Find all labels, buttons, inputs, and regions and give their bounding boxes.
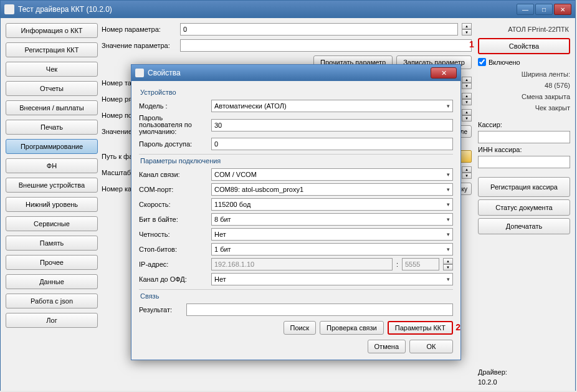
sidebar-item-memory[interactable]: Память (6, 236, 98, 251)
bits-label: Бит в байте: (139, 216, 207, 223)
annotation-2: 2 (455, 322, 460, 332)
check-closed-label: Чек закрыт (478, 103, 570, 112)
sidebar-item-other[interactable]: Прочее (6, 255, 98, 270)
param-number-spinner[interactable]: ▲▼ (462, 23, 472, 36)
port-separator: : (396, 261, 398, 268)
dialog-title: Свойства (148, 69, 431, 77)
window-title: Тест драйвера ККТ (10.2.0) (18, 5, 517, 14)
user-pwd-input[interactable]: 30 (211, 119, 453, 131)
sidebar-item-lowlevel[interactable]: Нижний уровень (6, 197, 98, 212)
model-label: Модель : (139, 102, 207, 110)
enabled-checkbox[interactable] (478, 58, 486, 66)
group-conn-label: Параметры подключения (139, 154, 453, 168)
sidebar-item-service[interactable]: Сервисные (6, 216, 98, 231)
access-pwd-input[interactable]: 0 (211, 138, 453, 150)
bits-select[interactable]: 8 бит (211, 213, 453, 226)
stop-label: Стоп-битов: (139, 246, 207, 253)
port-input: 5555 (402, 258, 439, 270)
sidebar: Информация о ККТ Регистрация ККТ Чек Отч… (6, 23, 98, 386)
parity-label: Четность: (139, 231, 207, 238)
group-link-label: Связь (139, 289, 453, 304)
sidebar-item-payments[interactable]: Внесения / выплаты (6, 100, 98, 115)
check-connection-button[interactable]: Проверка связи (320, 321, 384, 335)
cashier-label: Кассир: (478, 121, 570, 128)
com-select[interactable]: COM89: atol-usbcom_proxy1 (211, 183, 453, 196)
shift-closed-label: Смена закрыта (478, 92, 570, 101)
driver-version: 10.2.0 (478, 378, 570, 386)
tape-width-label: Ширина ленты: (478, 70, 570, 79)
field-number-spinner[interactable]: ▲▼ (462, 109, 472, 122)
maximize-button[interactable]: □ (535, 4, 553, 15)
model-select[interactable]: Автоматически (АТОЛ) (211, 100, 453, 112)
param-value-input[interactable] (180, 39, 472, 52)
sidebar-item-check[interactable]: Чек (6, 62, 98, 77)
sidebar-item-programming[interactable]: Программирование (6, 139, 98, 154)
sidebar-item-registration[interactable]: Регистрация ККТ (6, 42, 98, 57)
row-number-spinner[interactable]: ▲▼ (462, 93, 472, 105)
sidebar-item-data[interactable]: Данные (6, 274, 98, 289)
properties-dialog: Свойства ✕ Устройство Модель : Автоматич… (131, 64, 461, 360)
device-name-label: АТОЛ FPrint-22ПТК (478, 23, 570, 36)
dialog-app-icon (135, 69, 144, 77)
dialog-titlebar: Свойства ✕ (131, 65, 460, 81)
parity-select[interactable]: Нет (211, 228, 453, 241)
table-number-spinner[interactable]: ▲▼ (462, 77, 472, 89)
inn-input[interactable] (478, 156, 570, 168)
enabled-label: Включено (489, 59, 520, 66)
ofd-label: Канал до ОФД: (139, 275, 207, 283)
kkt-params-button[interactable]: Параметры ККТ (388, 321, 453, 335)
ok-button[interactable]: ОК (409, 340, 453, 353)
ofd-select[interactable]: Нет (211, 273, 453, 285)
param-number-input[interactable]: 0 (180, 23, 458, 36)
driver-label: Драйвер: (478, 368, 570, 376)
sidebar-item-external[interactable]: Внешние устройства (6, 178, 98, 193)
group-device-label: Устройство (139, 86, 453, 100)
cashier-input[interactable] (478, 131, 570, 143)
result-input[interactable] (186, 304, 453, 316)
channel-label: Канал связи: (139, 171, 207, 178)
minimize-button[interactable]: — (517, 4, 534, 15)
annotation-1: 1 (469, 39, 474, 49)
scale-spinner[interactable]: ▲▼ (462, 166, 472, 179)
search-button[interactable]: Поиск (284, 321, 316, 335)
app-icon (4, 4, 14, 14)
result-label: Результат: (139, 306, 183, 313)
sidebar-item-info[interactable]: Информация о ККТ (6, 23, 98, 38)
right-panel: АТОЛ FPrint-22ПТК 1 Свойства Включено Ши… (478, 23, 570, 386)
sidebar-item-json[interactable]: Работа с json (6, 294, 98, 308)
user-pwd-label: Пароль пользователя по умолчанию: (139, 115, 207, 135)
inn-label: ИНН кассира: (478, 146, 570, 153)
param-value-label: Значение параметра: (102, 42, 176, 49)
speed-select[interactable]: 115200 бод (211, 198, 453, 211)
properties-button[interactable]: Свойства (478, 38, 570, 54)
close-button[interactable]: ✕ (554, 4, 571, 15)
doc-status-button[interactable]: Статус документа (478, 199, 570, 216)
tape-width-value: 48 (576) (478, 81, 570, 90)
sidebar-item-log[interactable]: Лог (6, 313, 98, 328)
com-label: COM-порт: (139, 186, 207, 193)
dialog-close-button[interactable]: ✕ (431, 67, 457, 79)
stop-select[interactable]: 1 бит (211, 243, 453, 256)
main-titlebar: Тест драйвера ККТ (10.2.0) — □ ✕ (1, 1, 575, 18)
channel-select[interactable]: COM / VCOM (211, 168, 453, 181)
param-number-label: Номер параметра: (102, 26, 176, 33)
sidebar-item-reports[interactable]: Отчеты (6, 81, 98, 96)
sidebar-item-fn[interactable]: ФН (6, 158, 98, 173)
register-cashier-button[interactable]: Регистрация кассира (478, 177, 570, 197)
ip-label: IP-адрес: (139, 261, 207, 268)
speed-label: Скорость: (139, 201, 207, 208)
cancel-button[interactable]: Отмена (368, 340, 406, 353)
ip-input: 192.168.1.10 (211, 258, 393, 270)
reprint-button[interactable]: Допечатать (478, 218, 570, 234)
sidebar-item-print[interactable]: Печать (6, 120, 98, 135)
access-pwd-label: Пароль доступа: (139, 140, 207, 148)
port-spinner: ▲▼ (443, 258, 453, 270)
